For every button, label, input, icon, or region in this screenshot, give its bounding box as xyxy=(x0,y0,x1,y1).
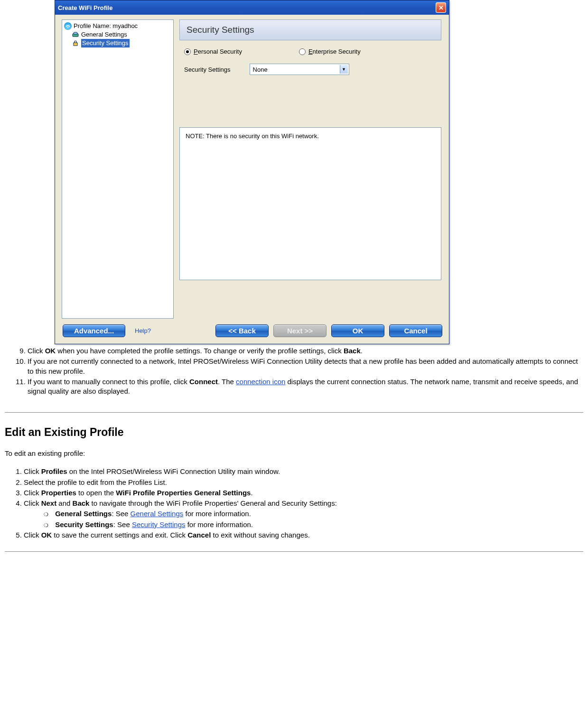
list-item: If you are not currently connected to a … xyxy=(28,357,583,376)
panel-title: Security Settings xyxy=(179,19,441,40)
security-note-box: NOTE: There is no security on this WiFi … xyxy=(179,127,441,280)
divider xyxy=(5,551,583,552)
general-settings-link[interactable]: General Settings xyxy=(131,510,184,518)
note-text: NOTE: There is no security on this WiFi … xyxy=(186,132,319,140)
list-item: Security Settings: See Security Settings… xyxy=(44,520,583,529)
security-settings-link[interactable]: Security Settings xyxy=(132,520,186,529)
tree-root-item[interactable]: Profile Name: myadhoc xyxy=(63,22,172,30)
list-item: Click Profiles on the Intel PROSet/Wirel… xyxy=(24,467,583,476)
list-item: If you want to manually connect to this … xyxy=(28,377,583,397)
radio-personal-security[interactable]: Personal Security xyxy=(184,48,242,55)
list-item: Click OK when you have completed the pro… xyxy=(28,346,583,356)
instruction-list-continued: Click OK when you have completed the pro… xyxy=(9,346,583,396)
svg-rect-2 xyxy=(74,32,77,34)
section-heading-edit-profile: Edit an Existing Profile xyxy=(5,426,583,439)
ok-button[interactable]: OK xyxy=(331,324,384,337)
advanced-button[interactable]: Advanced... xyxy=(63,324,125,337)
lock-icon xyxy=(72,39,79,47)
tree-root-label: Profile Name: myadhoc xyxy=(74,22,138,30)
radio-checked-icon xyxy=(184,48,191,55)
radio-personal-label: Personal Security xyxy=(194,48,242,55)
security-settings-panel: Security Settings Personal Security Ente… xyxy=(178,19,444,319)
help-link[interactable]: Help? xyxy=(135,327,151,334)
wifi-icon xyxy=(64,22,72,30)
dialog-button-row: Advanced... Help? << Back Next >> OK Can… xyxy=(55,319,449,344)
dialog-title: Create WiFi Profile xyxy=(58,4,112,11)
security-settings-label: Security Settings xyxy=(184,66,231,73)
back-button[interactable]: << Back xyxy=(215,324,269,337)
create-wifi-profile-dialog: Create WiFi Profile ✕ Profile Name: myad… xyxy=(55,0,449,344)
tree-security-label: Security Settings xyxy=(81,39,130,47)
chevron-down-icon: ▼ xyxy=(340,65,348,74)
cancel-button[interactable]: Cancel xyxy=(389,324,442,337)
list-item: Click Properties to open the WiFi Profil… xyxy=(24,488,583,498)
close-button[interactable]: ✕ xyxy=(436,2,446,13)
list-item: Click OK to save the current settings an… xyxy=(24,530,583,540)
edit-profile-steps: Click Profiles on the Intel PROSet/Wirel… xyxy=(5,467,583,540)
list-item: Select the profile to edit from the Prof… xyxy=(24,478,583,487)
close-icon: ✕ xyxy=(439,4,444,11)
svg-point-0 xyxy=(67,27,68,28)
list-item: Click Next and Back to navigate through … xyxy=(24,499,583,529)
divider xyxy=(5,412,583,413)
svg-rect-3 xyxy=(74,43,77,46)
next-button[interactable]: Next >> xyxy=(273,324,327,337)
radio-unchecked-icon xyxy=(299,48,306,55)
connection-icon-link[interactable]: connection icon xyxy=(236,378,285,386)
tree-item-general[interactable]: General Settings xyxy=(63,30,172,39)
radio-enterprise-label: Enterprise Security xyxy=(308,48,361,55)
dropdown-value: None xyxy=(253,66,268,73)
tree-item-security[interactable]: Security Settings xyxy=(63,39,172,47)
profile-tree[interactable]: Profile Name: myadhoc General Settings S… xyxy=(62,19,174,319)
tree-general-label: General Settings xyxy=(81,30,127,39)
security-settings-dropdown[interactable]: None ▼ xyxy=(250,64,349,75)
general-icon xyxy=(72,31,79,38)
radio-enterprise-security[interactable]: Enterprise Security xyxy=(299,48,361,55)
list-item: General Settings: See General Settings f… xyxy=(44,509,583,519)
dialog-titlebar: Create WiFi Profile ✕ xyxy=(55,0,449,15)
section-intro: To edit an existing profile: xyxy=(5,449,583,457)
